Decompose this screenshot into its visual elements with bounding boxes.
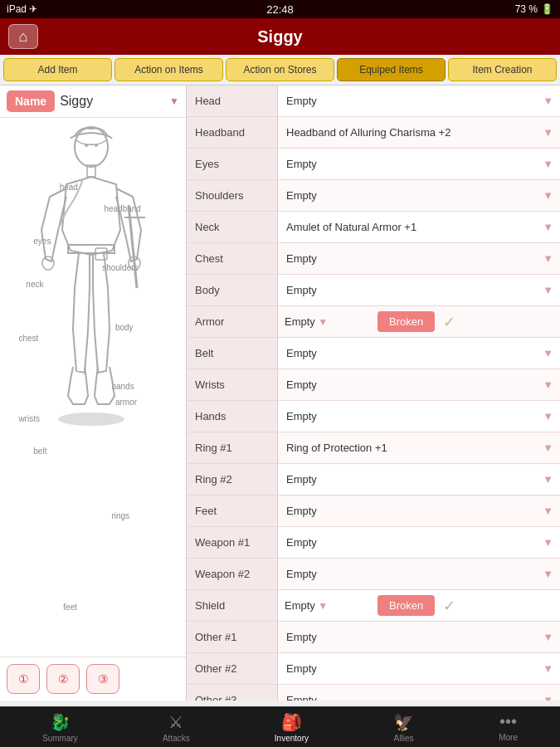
- nav-tab-action-items[interactable]: Action on Items: [114, 58, 223, 81]
- equip-label-11: Ring #1: [187, 432, 278, 463]
- home-button[interactable]: ⌂: [8, 24, 38, 49]
- equip-value-1: Headband of Alluring Charisma +2: [278, 126, 536, 139]
- equip-label-10: Hands: [187, 401, 278, 432]
- equip-label-13: Feet: [187, 496, 278, 526]
- equip-dropdown-icon-1[interactable]: ▼: [536, 126, 560, 139]
- left-panel: Name Siggy ▼ head headband eyes shoulder…: [0, 85, 187, 701]
- equip-dropdown-icon-3[interactable]: ▼: [536, 189, 560, 202]
- equip-dropdown-icon-10[interactable]: ▼: [536, 410, 560, 422]
- equip-dropdown-icon-5[interactable]: ▼: [536, 252, 560, 265]
- bottom-nav-attacks[interactable]: ⚔Attacks: [163, 712, 190, 743]
- equip-dropdown-icon-12[interactable]: ▼: [536, 473, 560, 486]
- equip-dropdown-icon-18[interactable]: ▼: [536, 662, 560, 675]
- main-area: Name Siggy ▼ head headband eyes shoulder…: [0, 85, 560, 701]
- equip-row-ring--2: Ring #2Empty▼: [187, 464, 560, 496]
- page-indicators: ① ② ③: [0, 657, 186, 701]
- bottom-nav-summary[interactable]: 🐉Summary: [42, 712, 78, 743]
- equip-row-eyes: EyesEmpty▼: [187, 149, 560, 180]
- inventory-icon: 🎒: [281, 712, 302, 732]
- equip-label-0: Head: [187, 85, 278, 116]
- equip-dropdown-icon-15[interactable]: ▼: [536, 568, 560, 580]
- equip-label-5: Chest: [187, 243, 278, 274]
- equip-value-16: Empty ▼: [278, 599, 377, 612]
- bottom-nav-more[interactable]: •••More: [499, 712, 518, 742]
- equip-label-17: Other #1: [187, 622, 278, 652]
- equip-row-wrists: WristsEmpty▼: [187, 369, 560, 401]
- equip-dropdown-icon-17[interactable]: ▼: [536, 631, 560, 643]
- equip-row-ring--1: Ring #1Ring of Protection +1▼: [187, 432, 560, 464]
- nav-tabs: Add ItemAction on ItemsAction on StoresE…: [0, 55, 560, 85]
- equip-dropdown-icon-4[interactable]: ▼: [536, 221, 560, 233]
- nav-tab-add-item[interactable]: Add Item: [3, 58, 112, 81]
- equip-label-16: Shield: [187, 590, 278, 621]
- bottom-nav-inventory[interactable]: 🎒Inventory: [275, 712, 309, 743]
- equip-label-1: Headband: [187, 117, 278, 148]
- status-bar: iPad ✈ 22:48 73 % 🔋: [0, 0, 560, 18]
- equip-value-12: Empty: [278, 473, 536, 486]
- equip-dropdown-icon-2[interactable]: ▼: [536, 158, 560, 170]
- body-label-feet: feet: [63, 603, 77, 612]
- nav-tab-item-creation[interactable]: Item Creation: [448, 58, 557, 81]
- equip-row-other--3: Other #3Empty▼: [187, 685, 560, 701]
- status-left: iPad ✈: [7, 3, 37, 15]
- equip-dropdown-icon-13[interactable]: ▼: [536, 505, 560, 517]
- equip-value-2: Empty: [278, 158, 536, 170]
- ipad-label: iPad ✈: [7, 3, 37, 15]
- bottom-nav-allies[interactable]: 🦅Allies: [393, 712, 414, 743]
- broken-button-16[interactable]: Broken: [377, 595, 435, 616]
- equip-label-3: Shoulders: [187, 180, 278, 211]
- broken-button-7[interactable]: Broken: [377, 311, 435, 332]
- page-title: Siggy: [257, 27, 302, 46]
- equip-row-hands: HandsEmpty▼: [187, 401, 560, 432]
- equip-dropdown-icon-14[interactable]: ▼: [536, 536, 560, 549]
- equip-row-shoulders: ShouldersEmpty▼: [187, 180, 560, 212]
- status-right: 73 % 🔋: [515, 3, 553, 15]
- equip-value-5: Empty: [278, 252, 536, 265]
- equip-value-14: Empty: [278, 536, 536, 549]
- attacks-icon: ⚔: [168, 712, 183, 732]
- equip-value-0: Empty: [278, 95, 536, 107]
- bottom-nav: 🐉Summary⚔Attacks🎒Inventory🦅Allies•••More: [0, 706, 560, 747]
- more-label: More: [499, 733, 518, 742]
- body-label-belt: belt: [33, 447, 46, 456]
- attacks-label: Attacks: [163, 734, 190, 743]
- name-dropdown-icon[interactable]: ▼: [169, 95, 179, 107]
- equip-dropdown-icon-7[interactable]: ▼: [315, 316, 328, 328]
- equip-value-18: Empty: [278, 662, 536, 675]
- battery-icon: 🔋: [541, 3, 553, 15]
- equip-dropdown-icon-6[interactable]: ▼: [536, 284, 560, 296]
- character-figure: head headband eyes shoulders neck chest …: [0, 118, 186, 657]
- svg-point-2: [42, 256, 54, 270]
- battery-label: 73 %: [515, 3, 538, 15]
- home-icon: ⌂: [19, 28, 28, 46]
- equip-row-weapon--2: Weapon #2Empty▼: [187, 559, 560, 590]
- equip-row-body: BodyEmpty▼: [187, 275, 560, 306]
- equip-dropdown-icon-16[interactable]: ▼: [315, 600, 328, 612]
- equip-dropdown-icon-11[interactable]: ▼: [536, 442, 560, 454]
- equip-dropdown-icon-0[interactable]: ▼: [536, 95, 560, 107]
- equip-dropdown-icon-9[interactable]: ▼: [536, 378, 560, 391]
- equip-row-belt: BeltEmpty▼: [187, 338, 560, 369]
- inventory-label: Inventory: [275, 734, 309, 743]
- nav-tab-equiped-items[interactable]: Equiped Items: [337, 58, 446, 81]
- body-label-rings: rings: [111, 511, 129, 520]
- equip-row-head: HeadEmpty▼: [187, 85, 560, 117]
- equip-label-14: Weapon #1: [187, 527, 278, 558]
- equip-row-armor: ArmorEmpty ▼Broken✓: [187, 306, 560, 338]
- equip-value-6: Empty: [278, 284, 536, 296]
- equip-dropdown-icon-8[interactable]: ▼: [536, 347, 560, 359]
- equip-value-17: Empty: [278, 631, 536, 643]
- check-icon-7: ✓: [438, 313, 460, 331]
- equip-row-neck: NeckAmulet of Natural Armor +1▼: [187, 212, 560, 243]
- title-bar: ⌂ Siggy: [0, 18, 560, 55]
- page-btn-1[interactable]: ①: [7, 664, 40, 694]
- equip-value-8: Empty: [278, 347, 536, 359]
- equip-row-headband: HeadbandHeadband of Alluring Charisma +2…: [187, 117, 560, 149]
- page-btn-2[interactable]: ②: [46, 664, 80, 694]
- nav-tab-action-stores[interactable]: Action on Stores: [226, 58, 334, 81]
- page-btn-3[interactable]: ③: [86, 664, 119, 694]
- equip-row-weapon--1: Weapon #1Empty▼: [187, 527, 560, 559]
- equip-dropdown-icon-19[interactable]: ▼: [536, 694, 560, 701]
- equip-value-4: Amulet of Natural Armor +1: [278, 221, 536, 233]
- equip-label-19: Other #3: [187, 685, 278, 701]
